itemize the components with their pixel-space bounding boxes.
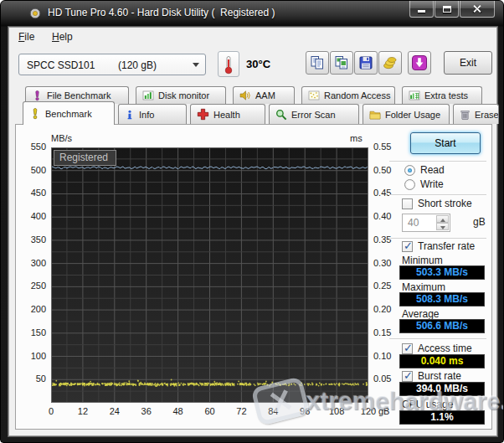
start-button[interactable]: Start bbox=[410, 132, 481, 154]
menu-help[interactable]: Help bbox=[47, 29, 78, 44]
x-tick-label: 12 bbox=[78, 406, 88, 416]
cpu-usage-label: CPU usage bbox=[402, 399, 453, 410]
y-left-tick-label: 400 bbox=[16, 211, 46, 221]
minimum-value: 503.3 MB/s bbox=[399, 265, 485, 280]
maximum-label: Maximum bbox=[402, 281, 445, 293]
copy-screenshot-button[interactable] bbox=[330, 51, 353, 75]
write-radio[interactable] bbox=[404, 179, 415, 190]
tab-info[interactable]: Info bbox=[118, 104, 187, 124]
random-access-icon bbox=[308, 90, 320, 101]
write-radio-option[interactable]: Write bbox=[404, 178, 444, 190]
copy-screenshot-icon bbox=[334, 55, 349, 70]
access-time-value: 0.040 ms bbox=[399, 354, 485, 368]
thermometer-icon bbox=[223, 54, 234, 75]
client-area: File Help SPCC SSD101 (120 gB) 30°C bbox=[8, 26, 498, 437]
close-icon bbox=[473, 4, 482, 13]
tab-label: File Benchmark bbox=[47, 90, 111, 100]
exit-button[interactable]: Exit bbox=[444, 51, 492, 75]
read-radio[interactable] bbox=[404, 165, 415, 176]
minimum-label: Minimum bbox=[402, 255, 443, 266]
access-time-checkbox[interactable] bbox=[402, 343, 413, 354]
average-label: Average bbox=[402, 308, 439, 320]
transfer-rate-chart bbox=[51, 147, 368, 403]
y-left-tick-label: 50 bbox=[16, 373, 46, 384]
copy-text-button[interactable] bbox=[306, 51, 329, 75]
y-right-tick-label: 0.50 bbox=[373, 165, 391, 175]
save-icon bbox=[358, 55, 373, 70]
tab-erase[interactable]: Erase bbox=[453, 104, 499, 124]
tab-extra-tests[interactable]: Extra tests bbox=[402, 86, 482, 104]
trash-icon bbox=[460, 109, 471, 121]
burst-rate-checkbox[interactable] bbox=[402, 371, 413, 382]
short-stroke-unit: gB bbox=[473, 216, 486, 228]
coins-icon bbox=[383, 55, 398, 70]
drive-capacity: (120 gB) bbox=[118, 59, 157, 71]
x-tick-label: 96 bbox=[300, 406, 310, 416]
spinner-up-icon[interactable] bbox=[436, 215, 449, 223]
x-tick-label: 24 bbox=[110, 406, 120, 416]
maximize-icon bbox=[443, 6, 451, 13]
maximize-button[interactable] bbox=[435, 1, 459, 18]
short-stroke-size-input[interactable]: 40 bbox=[402, 214, 450, 232]
short-stroke-checkbox[interactable] bbox=[402, 198, 413, 209]
menu-file[interactable]: File bbox=[13, 29, 39, 44]
y-left-tick-label: 100 bbox=[16, 351, 46, 361]
close-button[interactable] bbox=[460, 1, 495, 18]
access-time-option[interactable]: Access time bbox=[402, 343, 472, 354]
window-controls bbox=[409, 1, 495, 18]
x-tick-label: 48 bbox=[172, 406, 183, 416]
save-screenshot-button[interactable] bbox=[354, 51, 378, 75]
minimize-button[interactable] bbox=[409, 1, 434, 18]
tab-label: Erase bbox=[475, 110, 499, 120]
write-label: Write bbox=[420, 178, 444, 190]
y-left-tick-label: 200 bbox=[16, 304, 46, 314]
tab-label: Health bbox=[213, 110, 240, 120]
benchmark-icon bbox=[29, 107, 41, 120]
short-stroke-label: Short stroke bbox=[418, 198, 472, 209]
extra-tests-icon bbox=[409, 90, 420, 101]
copy-text-icon bbox=[310, 55, 325, 70]
coins-button[interactable] bbox=[378, 51, 402, 75]
x-tick-label: 84 bbox=[268, 406, 278, 416]
maximum-value: 508.3 MB/s bbox=[399, 292, 485, 306]
drive-selector[interactable]: SPCC SSD101 (120 gB) bbox=[18, 54, 206, 75]
tab-disk-monitor[interactable]: Disk monitor bbox=[136, 86, 226, 104]
y-left-tick-label: 450 bbox=[16, 188, 46, 198]
y-left-tick-label: 150 bbox=[16, 327, 46, 337]
burst-rate-option[interactable]: Burst rate bbox=[402, 370, 461, 382]
y-left-tick-label: 500 bbox=[16, 165, 46, 175]
y-right-tick-label: 0.55 bbox=[373, 142, 391, 152]
title-bar[interactable]: HD Tune Pro 4.60 - Hard Disk Utility ( R… bbox=[1, 1, 503, 26]
tab-health[interactable]: Health bbox=[190, 104, 265, 124]
x-tick-label: 72 bbox=[236, 406, 246, 416]
x-tick-label: 60 bbox=[204, 406, 214, 416]
x-tick-label: 0 bbox=[49, 406, 54, 416]
tab-benchmark[interactable]: Benchmark bbox=[23, 101, 115, 125]
tab-label: Error Scan bbox=[291, 110, 336, 120]
health-cross-icon bbox=[197, 108, 209, 121]
y-left-axis-label: MB/s bbox=[51, 133, 72, 143]
y-right-tick-label: 0.45 bbox=[373, 188, 391, 198]
spinner-down-icon[interactable] bbox=[436, 223, 449, 230]
short-stroke-option[interactable]: Short stroke bbox=[402, 198, 472, 209]
x-tick-label: 120 bbox=[361, 406, 376, 416]
y-right-tick-label: 0.30 bbox=[373, 258, 391, 268]
info-icon bbox=[125, 109, 135, 121]
separator bbox=[389, 194, 486, 196]
x-tick-label: 36 bbox=[141, 406, 152, 416]
tab-aam[interactable]: AAM bbox=[233, 86, 295, 104]
temperature-button[interactable] bbox=[218, 51, 239, 77]
transfer-rate-option[interactable]: Transfer rate bbox=[402, 240, 475, 252]
app-icon bbox=[29, 8, 41, 19]
y-left-tick-label: 300 bbox=[16, 258, 46, 268]
tab-folder-usage[interactable]: Folder Usage bbox=[363, 104, 450, 124]
access-time-label: Access time bbox=[418, 343, 472, 354]
transfer-rate-checkbox[interactable] bbox=[402, 241, 413, 252]
separator bbox=[389, 338, 486, 340]
tab-error-scan[interactable]: Error Scan bbox=[269, 104, 359, 124]
read-radio-option[interactable]: Read bbox=[404, 164, 445, 176]
capture-button[interactable] bbox=[408, 51, 431, 75]
tab-random-access[interactable]: Random Access bbox=[301, 86, 395, 104]
short-stroke-value: 40 bbox=[408, 217, 419, 229]
download-arrow-icon bbox=[411, 54, 428, 71]
